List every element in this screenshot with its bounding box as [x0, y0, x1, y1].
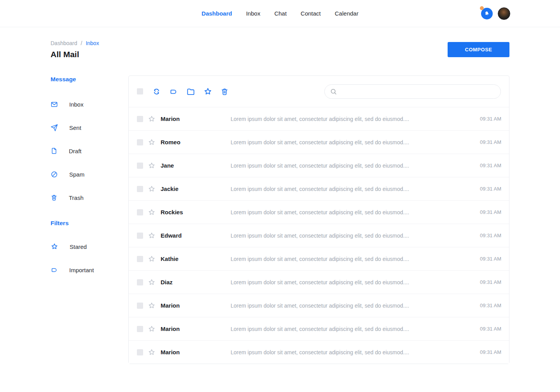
sender-name: Marion [161, 302, 231, 309]
mail-row[interactable]: Marion Lorem ipsum dolor sit amet, conse… [129, 317, 509, 340]
sidebar-heading-message: Message [51, 75, 128, 83]
sidebar-item-label: Stared [70, 243, 87, 250]
message-preview: Lorem ipsum dolor sit amet, consectetur … [231, 186, 474, 192]
compose-button[interactable]: COMPOSE [448, 42, 509, 57]
sender-name: Romeo [161, 139, 231, 145]
mail-row[interactable]: Kathie Lorem ipsum dolor sit amet, conse… [129, 247, 509, 270]
sidebar-item-label: Trash [69, 194, 84, 201]
select-all-checkbox[interactable] [137, 88, 143, 94]
label-icon[interactable] [169, 87, 178, 96]
row-checkbox[interactable] [137, 303, 143, 309]
row-checkbox[interactable] [137, 163, 143, 169]
sender-name: Rockies [161, 209, 231, 215]
message-preview: Lorem ipsum dolor sit amet, consectetur … [231, 116, 474, 122]
mail-row[interactable]: Romeo Lorem ipsum dolor sit amet, consec… [129, 130, 509, 154]
sidebar-item-stared[interactable]: Stared [51, 235, 128, 258]
star-icon[interactable] [148, 138, 156, 146]
mail-row[interactable]: Edward Lorem ipsum dolor sit amet, conse… [129, 224, 509, 247]
sidebar-item-label: Sent [69, 124, 81, 131]
star-icon[interactable] [148, 348, 156, 356]
message-time: 09:31 AM [480, 326, 501, 332]
sidebar-item-trash[interactable]: Trash [51, 186, 128, 209]
trash-icon [51, 194, 58, 201]
mail-row[interactable]: Marion Lorem ipsum dolor sit amet, conse… [129, 340, 509, 364]
sidebar-item-inbox[interactable]: Inbox [51, 93, 128, 116]
mail-row[interactable]: Diaz Lorem ipsum dolor sit amet, consect… [129, 270, 509, 294]
trash-icon[interactable] [220, 88, 229, 96]
star-icon[interactable] [148, 185, 156, 193]
message-time: 09:31 AM [480, 209, 501, 215]
message-preview: Lorem ipsum dolor sit amet, consectetur … [231, 256, 474, 262]
star-icon[interactable] [203, 87, 212, 96]
star-icon[interactable] [148, 115, 156, 123]
message-preview: Lorem ipsum dolor sit amet, consectetur … [231, 209, 474, 215]
mail-row[interactable]: Marion Lorem ipsum dolor sit amet, conse… [129, 107, 509, 130]
nav-item-chat[interactable]: Chat [274, 10, 287, 17]
nav-item-calendar[interactable]: Calendar [335, 10, 359, 17]
row-checkbox[interactable] [137, 233, 143, 239]
star-icon[interactable] [148, 278, 156, 286]
mail-sidebar: Message Inbox Sent [51, 75, 128, 364]
mail-row[interactable]: Jane Lorem ipsum dolor sit amet, consect… [129, 154, 509, 177]
mail-row[interactable]: Jackie Lorem ipsum dolor sit amet, conse… [129, 177, 509, 200]
star-icon[interactable] [148, 162, 156, 170]
row-checkbox[interactable] [137, 326, 143, 332]
nav-item-inbox[interactable]: Inbox [246, 10, 261, 17]
row-checkbox[interactable] [137, 186, 143, 192]
label-icon [51, 266, 58, 274]
row-checkbox[interactable] [137, 139, 143, 145]
mail-row[interactable]: Marion Lorem ipsum dolor sit amet, conse… [129, 294, 509, 317]
row-checkbox[interactable] [137, 349, 143, 355]
message-time: 09:31 AM [480, 139, 501, 145]
sidebar-item-draft[interactable]: Draft [51, 139, 128, 163]
sender-name: Marion [161, 116, 231, 122]
star-icon [51, 243, 58, 250]
mail-row[interactable]: Rockies Lorem ipsum dolor sit amet, cons… [129, 200, 509, 224]
star-icon[interactable] [148, 208, 156, 216]
message-time: 09:31 AM [480, 349, 501, 355]
mail-list: Marion Lorem ipsum dolor sit amet, conse… [129, 107, 509, 364]
nav-item-contact[interactable]: Contact [301, 10, 321, 17]
message-time: 09:31 AM [480, 116, 501, 122]
sidebar-item-label: Important [69, 267, 94, 273]
top-nav: Dashboard Inbox Chat Contact Calendar [201, 10, 358, 17]
sidebar-item-label: Spam [69, 171, 84, 178]
search-input[interactable] [341, 88, 495, 94]
message-preview: Lorem ipsum dolor sit amet, consectetur … [231, 303, 474, 309]
search-icon [330, 88, 337, 95]
sender-name: Marion [161, 326, 231, 332]
breadcrumb-inbox[interactable]: Inbox [86, 40, 99, 46]
message-time: 09:31 AM [480, 163, 501, 168]
sender-name: Jane [161, 162, 231, 169]
sender-name: Edward [161, 232, 231, 239]
row-checkbox[interactable] [137, 256, 143, 262]
row-checkbox[interactable] [137, 209, 143, 215]
sidebar-heading-filters: Filters [51, 219, 128, 227]
folder-icon[interactable] [186, 87, 195, 96]
header-actions [481, 7, 510, 20]
message-preview: Lorem ipsum dolor sit amet, consectetur … [231, 233, 474, 239]
notification-bell-icon[interactable] [481, 8, 493, 19]
refresh-icon[interactable] [152, 87, 161, 96]
message-time: 09:31 AM [480, 233, 501, 238]
row-checkbox[interactable] [137, 116, 143, 122]
star-icon[interactable] [148, 232, 156, 240]
app-header: Dashboard Inbox Chat Contact Calendar [0, 0, 560, 27]
sidebar-item-important[interactable]: Important [51, 258, 128, 282]
message-preview: Lorem ipsum dolor sit amet, consectetur … [231, 326, 474, 332]
sender-name: Diaz [161, 279, 231, 285]
page-head: Dashboard / Inbox All Mail COMPOSE [51, 40, 509, 59]
sidebar-item-spam[interactable]: Spam [51, 163, 128, 186]
sidebar-item-label: Inbox [69, 101, 84, 108]
envelope-icon [51, 101, 58, 108]
star-icon[interactable] [148, 302, 156, 310]
breadcrumb-dashboard[interactable]: Dashboard [51, 40, 77, 46]
sidebar-item-sent[interactable]: Sent [51, 116, 128, 139]
send-icon [51, 124, 58, 131]
star-icon[interactable] [148, 325, 156, 333]
user-avatar[interactable] [498, 7, 510, 20]
star-icon[interactable] [148, 255, 156, 263]
nav-item-dashboard[interactable]: Dashboard [201, 10, 232, 17]
search-box [324, 84, 501, 99]
row-checkbox[interactable] [137, 279, 143, 285]
